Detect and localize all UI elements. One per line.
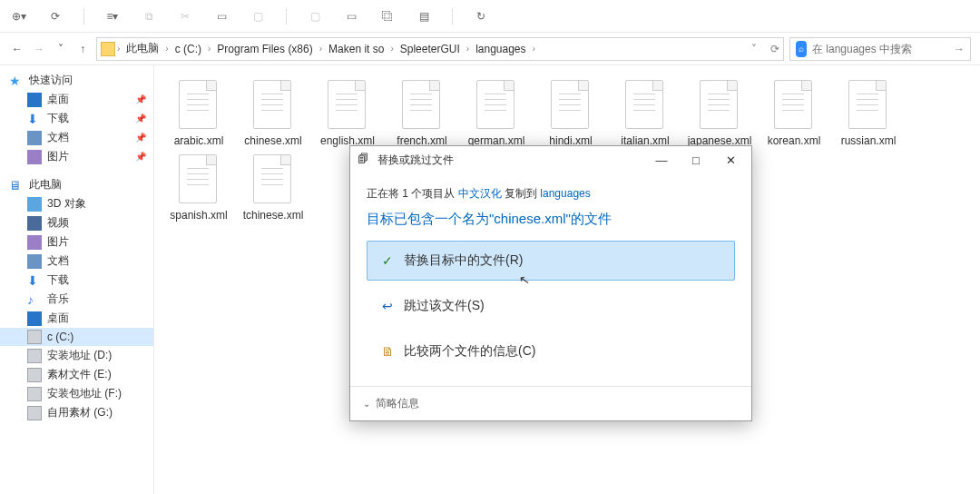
refresh-addr-icon[interactable]: ⟳ — [770, 43, 779, 55]
dest-link[interactable]: languages — [540, 187, 590, 200]
file-item[interactable]: english.xml — [312, 80, 383, 149]
up-level-button[interactable]: ↑ — [74, 41, 91, 57]
history-icon[interactable]: ↻ — [473, 8, 489, 25]
sidebar-item-drive-c[interactable]: c (C:) — [0, 328, 153, 346]
sidebar-item-downloads[interactable]: ⬇下载📌 — [0, 109, 153, 128]
breadcrumb-item[interactable]: c (C:) — [171, 41, 206, 57]
file-name: korean.xml — [768, 134, 821, 149]
search-input[interactable] — [812, 43, 948, 55]
file-item[interactable]: korean.xml — [759, 80, 829, 149]
breadcrumb-item[interactable]: 此电脑 — [122, 39, 163, 58]
menu-icon[interactable]: ≡▾ — [104, 8, 121, 25]
file-item[interactable]: french.xml — [387, 80, 457, 149]
sidebar-item-drive-f[interactable]: 安装包地址 (F:) — [0, 384, 153, 403]
file-icon — [328, 80, 368, 131]
file-item[interactable]: spanish.xml — [163, 154, 234, 223]
file-item[interactable]: chinese.xml — [238, 80, 309, 149]
copy-icon: ⧉ — [141, 8, 157, 25]
maximize-button[interactable]: □ — [682, 153, 710, 167]
forward-button[interactable]: → — [31, 41, 47, 57]
sidebar-item-desktop[interactable]: 桌面📌 — [0, 90, 153, 109]
dialog-heading: 目标已包含一个名为"chinese.xml"的文件 — [367, 211, 735, 228]
file-name: arabic.xml — [174, 134, 224, 149]
option-skip[interactable]: ↩ 跳过该文件(S) — [367, 286, 735, 326]
new-icon[interactable]: ⊕▾ — [11, 8, 27, 25]
file-icon — [476, 80, 516, 131]
dialog-details-toggle[interactable]: ⌄ 简略信息 — [350, 386, 751, 420]
close-button[interactable]: ✕ — [717, 153, 744, 167]
dropdown-icon[interactable]: ˅ — [751, 43, 757, 55]
top-toolbar: ⊕▾ ⟳ ≡▾ ⧉ ✂ ▭ ▢ ▢ ▭ ⿻ ▤ ↻ — [0, 0, 980, 33]
dialog-title-text: 替换或跳过文件 — [377, 153, 454, 168]
sidebar-item-downloads2[interactable]: ⬇下载 — [0, 271, 153, 290]
move-icon: ▢ — [307, 8, 323, 25]
sidebar-item-music[interactable]: ♪音乐 — [0, 290, 153, 309]
check-icon: ✓ — [380, 253, 395, 268]
breadcrumb-item[interactable]: SpleeterGUI — [396, 41, 465, 57]
option-compare[interactable]: 🗎 比较两个文件的信息(C) — [367, 331, 735, 371]
file-icon — [625, 80, 665, 131]
paste-icon[interactable]: ▭ — [213, 8, 230, 25]
folder-icon — [101, 42, 115, 56]
quick-access-header[interactable]: ★快速访问 — [0, 71, 153, 90]
cut-icon: ✂ — [177, 8, 193, 25]
up-button[interactable]: ˅ — [53, 41, 69, 57]
file-icon — [551, 80, 591, 131]
sidebar-item-documents[interactable]: 文档📌 — [0, 128, 153, 147]
rename-icon: ▢ — [250, 8, 266, 25]
sidebar-item-drive-d[interactable]: 安装地址 (D:) — [0, 346, 153, 365]
file-icon — [179, 154, 219, 205]
sidebar-item-pictures[interactable]: 图片📌 — [0, 147, 153, 166]
file-icon — [402, 80, 442, 131]
file-name: chinese.xml — [244, 134, 301, 149]
file-icon — [253, 80, 293, 131]
file-item[interactable]: italian.xml — [610, 80, 681, 149]
source-link[interactable]: 中文汉化 — [458, 187, 502, 200]
breadcrumb-item[interactable]: Program Files (x86) — [212, 41, 317, 57]
dialog-icon: 🗐 — [358, 153, 372, 167]
window-icon[interactable]: ▭ — [343, 8, 359, 25]
sidebar-item-videos[interactable]: 视频 — [0, 213, 153, 232]
file-name: tchinese.xml — [243, 209, 304, 223]
replace-dialog: 🗐 替换或跳过文件 — □ ✕ 正在将 1 个项目从 中文汉化 复制到 lang… — [349, 145, 752, 421]
calc-icon[interactable]: ▤ — [416, 8, 432, 25]
file-item[interactable]: hindi.xml — [535, 80, 606, 149]
file-icon — [848, 80, 888, 131]
sidebar-item-documents2[interactable]: 文档 — [0, 252, 153, 271]
file-icon — [700, 80, 740, 131]
sidebar-item-drive-g[interactable]: 自用素材 (G:) — [0, 403, 153, 422]
back-button[interactable]: ← — [9, 41, 25, 57]
option-replace[interactable]: ✓ 替换目标中的文件(R) ↖ — [367, 241, 735, 281]
address-bar[interactable]: › 此电脑› c (C:)› Program Files (x86)› Make… — [96, 37, 784, 61]
file-name: russian.xml — [841, 134, 897, 149]
minimize-button[interactable]: — — [648, 153, 675, 167]
sidebar-item-drive-e[interactable]: 素材文件 (E:) — [0, 365, 153, 384]
refresh-icon[interactable]: ⟳ — [47, 8, 64, 25]
file-name: spanish.xml — [170, 209, 227, 223]
nav-row: ← → ˅ ↑ › 此电脑› c (C:)› Program Files (x8… — [0, 33, 980, 65]
file-item[interactable]: russian.xml — [833, 80, 904, 149]
file-item[interactable]: arabic.xml — [163, 80, 234, 149]
sidebar-item-desktop2[interactable]: 桌面 — [0, 309, 153, 328]
search-go-icon[interactable]: → — [954, 43, 965, 55]
breadcrumb-item[interactable]: Maken it so — [324, 41, 388, 57]
file-icon — [179, 80, 219, 131]
dialog-titlebar[interactable]: 🗐 替换或跳过文件 — □ ✕ — [350, 146, 751, 173]
search-icon: ⌕ — [796, 41, 807, 57]
file-item[interactable]: german.xml — [461, 80, 532, 149]
crop-icon[interactable]: ⿻ — [379, 8, 396, 25]
undo-icon: ↩ — [380, 299, 395, 313]
chevron-down-icon: ⌄ — [363, 399, 370, 409]
sidebar-item-pictures2[interactable]: 图片 — [0, 232, 153, 252]
file-icon — [253, 154, 293, 205]
sidebar: ★快速访问 桌面📌 ⬇下载📌 文档📌 图片📌 🖥此电脑 3D 对象 视频 图片 … — [0, 65, 154, 494]
this-pc-header[interactable]: 🖥此电脑 — [0, 175, 153, 194]
sidebar-item-3d[interactable]: 3D 对象 — [0, 194, 153, 213]
compare-icon: 🗎 — [380, 344, 395, 359]
file-item[interactable]: tchinese.xml — [238, 154, 309, 223]
search-box[interactable]: ⌕ → — [789, 37, 971, 61]
file-item[interactable]: japanese.xml — [684, 80, 755, 149]
file-icon — [774, 80, 814, 131]
breadcrumb-item[interactable]: languages — [471, 41, 530, 57]
dialog-message: 正在将 1 个项目从 中文汉化 复制到 languages — [367, 186, 735, 202]
